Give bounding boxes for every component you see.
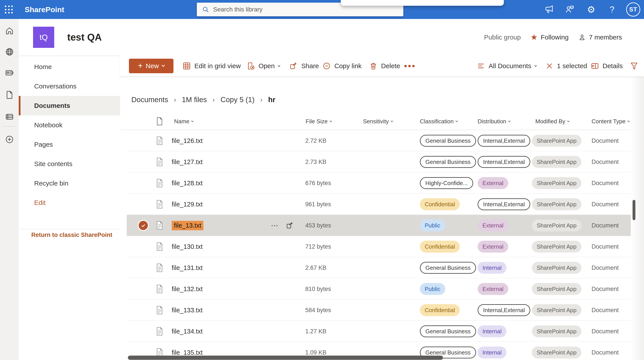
chevron-down-icon: [508, 120, 510, 122]
details-button[interactable]: Details: [591, 56, 623, 76]
following-button[interactable]: ★ Following: [530, 33, 568, 41]
share-button[interactable]: Share: [290, 56, 319, 76]
delete-button[interactable]: Delete: [369, 56, 400, 76]
classification-badge: Public: [420, 283, 445, 295]
column-header-content-type[interactable]: Content Type: [592, 113, 630, 130]
file-icon: [156, 278, 163, 299]
breadcrumb-item[interactable]: Copy 5 (1): [220, 96, 254, 104]
table-row[interactable]: file_132.txt810 bytesPublicExternalShare…: [127, 278, 631, 299]
file-icon: [156, 321, 163, 342]
content-type: Document: [592, 215, 619, 236]
sidebar-item-pages[interactable]: Pages: [19, 135, 120, 154]
sidebar-item-recycle-bin[interactable]: Recycle bin: [19, 174, 120, 193]
table-row[interactable]: file_130.txt712 bytesConfidentialExterna…: [127, 236, 631, 257]
sidebar-item-site-contents[interactable]: Site contents: [19, 154, 120, 174]
chevron-down-icon: [456, 120, 458, 122]
app-bar: SharePoint Search this library ⚙ ? ST: [0, 0, 644, 19]
more-commands-button[interactable]: •••: [404, 56, 416, 76]
distribution-badge: Internal: [478, 346, 506, 358]
table-row[interactable]: file_126.txt2.72 KBGeneral BusinessInter…: [127, 130, 631, 151]
column-header-distribution[interactable]: Distribution: [478, 113, 510, 130]
file-size: 1.27 KB: [305, 321, 326, 342]
file-name-link[interactable]: file_133.txt: [172, 299, 202, 321]
return-classic-link[interactable]: Return to classic SharePoint: [31, 232, 112, 238]
settings-gear-icon[interactable]: ⚙: [585, 0, 597, 19]
members-button[interactable]: 7 members: [578, 34, 622, 41]
chevron-down-icon: [628, 120, 630, 122]
column-header-classification[interactable]: Classification: [420, 113, 458, 130]
modified-by-badge: SharePoint App: [532, 283, 582, 295]
file-name-link[interactable]: file_13.txt: [172, 215, 204, 236]
home-icon[interactable]: [5, 27, 14, 35]
page-icon[interactable]: [5, 91, 14, 99]
row-more-button[interactable]: ⋯: [271, 215, 279, 236]
main-content: + New Edit in grid view Open Shar: [120, 56, 644, 360]
news-icon[interactable]: [5, 68, 14, 77]
breadcrumb-separator: ›: [174, 96, 176, 104]
content-type: Document: [592, 151, 619, 173]
app-launcher-icon[interactable]: [5, 6, 13, 14]
chevron-down-icon: [162, 63, 165, 67]
table-row[interactable]: file_134.txt1.27 KBGeneral BusinessInter…: [127, 321, 631, 342]
file-name-link[interactable]: file_131.txt: [172, 257, 202, 278]
file-name-link[interactable]: file_134.txt: [172, 321, 202, 342]
file-name-link[interactable]: file_126.txt: [172, 130, 202, 151]
column-header-file-size[interactable]: File Size: [306, 113, 332, 130]
file-name-link[interactable]: file_132.txt: [172, 278, 202, 299]
site-title: test QA: [67, 27, 102, 48]
sidebar-item-notebook[interactable]: Notebook: [19, 115, 120, 135]
breadcrumb-item[interactable]: 1M files: [182, 96, 207, 104]
table-row[interactable]: file_133.txt584 bytesConfidentialInterna…: [127, 299, 631, 321]
add-icon[interactable]: [5, 135, 14, 144]
file-name-link[interactable]: file_129.txt: [172, 194, 202, 215]
sidebar-item-home[interactable]: Home: [19, 57, 120, 77]
edit-grid-view-button[interactable]: Edit in grid view: [182, 56, 241, 76]
details-pane-icon: [591, 62, 599, 70]
selected-check-icon[interactable]: [139, 221, 148, 230]
sidebar-item-edit[interactable]: Edit: [19, 193, 120, 212]
file-type-column-icon[interactable]: [156, 113, 163, 130]
file-name-link[interactable]: file_128.txt: [172, 173, 202, 194]
file-name-link[interactable]: file_130.txt: [172, 236, 202, 257]
horizontal-scrollbar-thumb[interactable]: [128, 355, 443, 360]
feedback-icon[interactable]: [564, 0, 576, 19]
copy-link-button[interactable]: Copy link: [322, 56, 362, 76]
megaphone-icon[interactable]: [543, 0, 555, 19]
table-row[interactable]: file_128.txt676 bytesHighly-Confide...Ex…: [127, 173, 631, 194]
file-size: 712 bytes: [305, 236, 331, 257]
column-header-sensitivity[interactable]: Sensitivity: [363, 113, 393, 130]
table-row[interactable]: file_127.txt2.73 KBGeneral BusinessInter…: [127, 151, 631, 173]
table-row[interactable]: file_13.txt⋯453 bytesPublicExternalShare…: [127, 215, 631, 236]
row-share-button[interactable]: [286, 215, 294, 236]
browser-popup-remnant: [341, 0, 504, 6]
vertical-scrollbar-thumb[interactable]: [632, 200, 636, 220]
breadcrumb: Documents›1M files›Copy 5 (1)›hr: [131, 94, 276, 106]
table-row[interactable]: file_131.txt2.67 KBGeneral BusinessInter…: [127, 257, 631, 278]
account-avatar[interactable]: ST: [626, 3, 640, 17]
distribution-badge: External: [478, 177, 508, 189]
column-header-name[interactable]: Name: [174, 113, 193, 130]
distribution-badge: Internal,External: [478, 198, 530, 210]
clear-selection-button[interactable]: 1 selected: [546, 56, 587, 76]
privacy-label: Public group: [484, 34, 521, 41]
filter-button[interactable]: [630, 56, 638, 76]
sidebar-item-documents[interactable]: Documents: [19, 96, 120, 115]
globe-icon[interactable]: [5, 48, 14, 56]
file-name-link[interactable]: file_127.txt: [172, 151, 202, 173]
help-icon[interactable]: ?: [606, 0, 618, 19]
view-selector-button[interactable]: All Documents: [477, 56, 536, 76]
new-button[interactable]: + New: [129, 59, 174, 73]
breadcrumb-item[interactable]: hr: [268, 96, 276, 104]
sidebar-item-conversations[interactable]: Conversations: [19, 77, 120, 96]
open-button[interactable]: Open: [246, 56, 280, 76]
site-logo[interactable]: tQ: [33, 27, 54, 48]
chevron-down-icon: [191, 120, 194, 122]
members-icon: [578, 34, 586, 41]
breadcrumb-item[interactable]: Documents: [131, 96, 168, 104]
classification-badge: Confidential: [420, 241, 460, 253]
site-header: tQ test QA Public group ★ Following 7 me…: [19, 19, 644, 56]
table-row[interactable]: file_129.txt961 bytesConfidentialInterna…: [127, 194, 631, 215]
list-icon[interactable]: [5, 112, 14, 121]
distribution-badge: Internal: [478, 262, 506, 274]
column-header-modified-by[interactable]: Modified By: [535, 113, 569, 130]
